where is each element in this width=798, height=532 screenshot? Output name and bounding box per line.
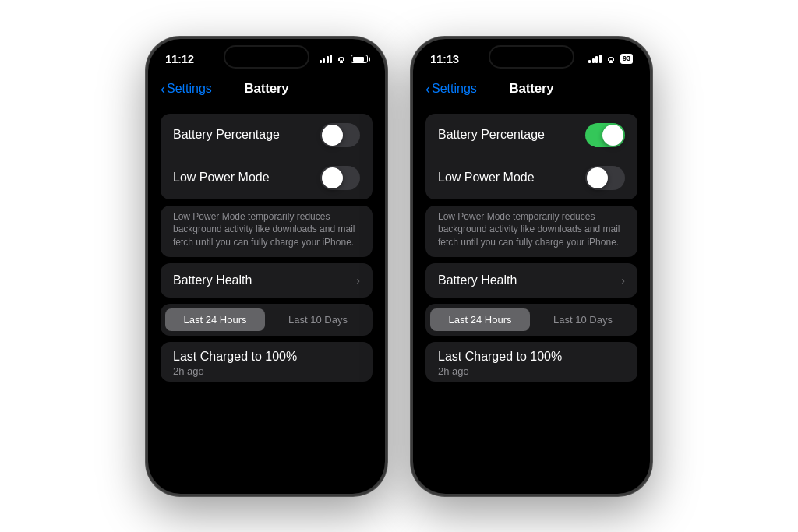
- last-charged-content-1: Last Charged to 100% 2h ago: [161, 342, 373, 382]
- phone-1: 11:12: [146, 37, 387, 496]
- wifi-icon-2: [606, 55, 616, 63]
- low-power-mode-row-1[interactable]: Low Power Mode: [161, 157, 373, 199]
- status-time-2: 11:13: [430, 52, 459, 65]
- battery-percentage-row-1[interactable]: Battery Percentage: [161, 114, 373, 157]
- toggle-knob-1: [322, 125, 343, 146]
- wifi-icon-1: [336, 55, 347, 63]
- low-power-mode-row-2[interactable]: Low Power Mode: [425, 157, 637, 199]
- low-power-mode-toggle-2[interactable]: [585, 166, 625, 190]
- tab-10d-2[interactable]: Last 10 Days: [533, 308, 633, 331]
- battery-percentage-row-2[interactable]: Battery Percentage: [425, 114, 637, 157]
- battery-health-label-1: Battery Health: [173, 273, 252, 287]
- dynamic-island-1: [224, 45, 309, 69]
- low-power-mode-label-2: Low Power Mode: [438, 171, 535, 185]
- battery-health-row-1[interactable]: Battery Health ›: [161, 263, 373, 298]
- battery-health-group-2: Battery Health ›: [425, 263, 637, 298]
- back-chevron-1: ‹: [161, 82, 165, 96]
- battery-percentage-toggle-1[interactable]: [320, 123, 360, 147]
- battery-fill-1: [353, 57, 364, 62]
- nav-bar-2: ‹ Settings Battery: [413, 73, 650, 107]
- battery-percentage-label-2: Battery Percentage: [438, 128, 545, 142]
- battery-health-chevron-1: ›: [356, 274, 360, 287]
- toggle-knob-lpm-1: [322, 167, 343, 188]
- status-icons-2: 93: [588, 54, 633, 64]
- dynamic-island-2: [489, 45, 574, 69]
- description-text-2: Low Power Mode temporarily reduces backg…: [425, 206, 637, 257]
- nav-bar-1: ‹ Settings Battery: [148, 73, 385, 107]
- toggle-knob-2: [602, 125, 623, 146]
- battery-health-label-2: Battery Health: [438, 273, 517, 287]
- last-charged-content-2: Last Charged to 100% 2h ago: [425, 342, 637, 382]
- tab-24h-2[interactable]: Last 24 Hours: [430, 308, 530, 331]
- low-power-mode-toggle-1[interactable]: [320, 166, 360, 190]
- battery-percentage-toggle-2[interactable]: [585, 123, 625, 147]
- last-charged-title-1: Last Charged to 100%: [173, 350, 360, 364]
- battery-settings-group-2: Battery Percentage Low Power Mode: [425, 114, 637, 199]
- phone-frame-1: 11:12: [146, 37, 387, 496]
- back-label-2: Settings: [432, 82, 477, 96]
- signal-icon-1: [320, 55, 333, 63]
- status-icons-1: [320, 55, 369, 63]
- battery-body-1: [351, 55, 368, 63]
- battery-icon-1: [351, 55, 368, 63]
- battery-settings-group-1: Battery Percentage Low Power Mode: [161, 114, 373, 199]
- status-time-1: 11:12: [165, 52, 194, 65]
- content-2: Battery Percentage Low Power Mode L: [413, 107, 650, 394]
- screen-2: 11:13 93 ‹ Settings: [413, 39, 650, 494]
- battery-percent-badge-2: 93: [620, 54, 633, 64]
- low-power-mode-label-1: Low Power Mode: [173, 171, 270, 185]
- signal-icon-2: [588, 55, 602, 63]
- tab-24h-1[interactable]: Last 24 Hours: [165, 308, 265, 331]
- tab-10d-1[interactable]: Last 10 Days: [268, 308, 368, 331]
- battery-health-chevron-2: ›: [621, 274, 625, 287]
- last-charged-sub-2: 2h ago: [438, 365, 625, 377]
- content-1: Battery Percentage Low Power Mode L: [148, 107, 385, 394]
- last-charged-group-1: Last Charged to 100% 2h ago: [161, 342, 373, 382]
- back-chevron-2: ‹: [425, 82, 430, 96]
- back-label-1: Settings: [167, 82, 212, 96]
- nav-title-1: Battery: [244, 81, 288, 97]
- tab-group-1: Last 24 Hours Last 10 Days: [161, 304, 373, 336]
- screen-1: 11:12: [148, 39, 385, 494]
- description-group-1: Low Power Mode temporarily reduces backg…: [161, 206, 373, 257]
- back-button-2[interactable]: ‹ Settings: [425, 82, 477, 96]
- last-charged-sub-1: 2h ago: [173, 365, 360, 377]
- nav-title-2: Battery: [509, 81, 553, 97]
- tab-group-2: Last 24 Hours Last 10 Days: [425, 304, 637, 336]
- description-text-1: Low Power Mode temporarily reduces backg…: [161, 206, 373, 257]
- last-charged-group-2: Last Charged to 100% 2h ago: [425, 342, 637, 382]
- back-button-1[interactable]: ‹ Settings: [161, 82, 212, 96]
- last-charged-title-2: Last Charged to 100%: [438, 350, 625, 364]
- battery-health-group-1: Battery Health ›: [161, 263, 373, 298]
- battery-percentage-label-1: Battery Percentage: [173, 128, 280, 142]
- phone-frame-2: 11:13 93 ‹ Settings: [411, 37, 652, 496]
- toggle-knob-lpm-2: [587, 167, 608, 188]
- description-group-2: Low Power Mode temporarily reduces backg…: [425, 206, 637, 257]
- phone-2: 11:13 93 ‹ Settings: [411, 37, 652, 496]
- battery-health-row-2[interactable]: Battery Health ›: [425, 263, 637, 298]
